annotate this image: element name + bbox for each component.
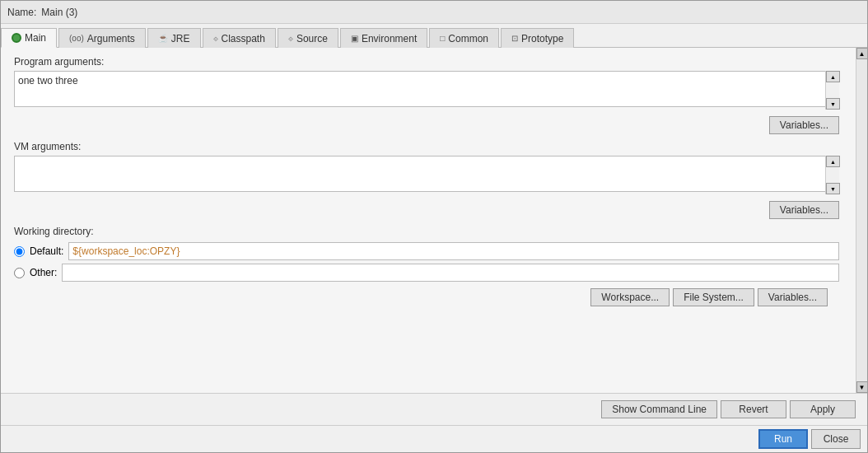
scroll-down-btn[interactable]: ▼ [826,98,840,110]
tab-jre-label: JRE [171,33,190,44]
variables-ws-button[interactable]: Variables... [758,288,828,306]
program-variables-button[interactable]: Variables... [769,116,839,134]
name-value: Main (3) [41,7,77,18]
main-dialog: Name: Main (3) Main (oo) Arguments ☕ JRE… [0,0,868,453]
working-directory-section: Working directory: Default: Other: [14,226,839,282]
footer-bar: Run Close [1,425,867,452]
apply-button[interactable]: Apply [790,400,856,418]
other-radio[interactable] [14,268,25,278]
tab-classpath-label: Classpath [222,33,265,44]
vm-arguments-section: VM arguments: ▲ ▼ [14,141,839,194]
source-icon: ⟐ [288,34,293,43]
tab-main-label: Main [25,32,46,44]
content-area: Program arguments: ▲ ▼ Variables... VM a… [1,48,856,393]
env-icon: ▣ [351,34,358,43]
vm-variables-button[interactable]: Variables... [769,201,839,219]
default-value-input[interactable] [68,242,839,260]
default-radio-row: Default: [14,242,839,260]
vm-scroll-up-btn[interactable]: ▲ [826,156,840,167]
vm-arguments-scrollbar: ▲ ▼ [825,156,839,194]
tab-jre[interactable]: ☕ JRE [147,28,201,48]
tab-main[interactable]: Main [1,28,57,48]
default-radio[interactable] [14,246,25,257]
common-icon: □ [440,34,445,43]
run-button[interactable]: Run [758,429,808,449]
tab-source-label: Source [296,33,328,44]
main-scrollbar: ▲ ▼ [856,48,867,393]
other-radio-row: Other: [14,264,839,282]
workspace-button[interactable]: Workspace... [590,288,670,306]
show-command-line-button[interactable]: Show Command Line [601,400,717,418]
program-variables-row: Variables... [14,116,839,134]
default-radio-label: Default: [30,245,63,257]
tabs-bar: Main (oo) Arguments ☕ JRE ⟐ Classpath ⟐ … [1,24,867,48]
tab-source[interactable]: ⟐ Source [278,28,338,48]
vm-arguments-input[interactable] [14,156,839,192]
name-label: Name: [7,7,36,18]
main-scroll-down[interactable]: ▼ [856,381,868,393]
file-system-button[interactable]: File System... [673,288,754,306]
tab-arguments[interactable]: (oo) Arguments [58,28,146,48]
program-arguments-container: ▲ ▼ [14,71,839,110]
revert-button[interactable]: Revert [721,400,786,418]
vm-arguments-label: VM arguments: [14,141,839,152]
tab-prototype-label: Prototype [521,33,563,44]
proto-icon: ⊡ [511,34,518,43]
tab-prototype[interactable]: ⊡ Prototype [501,28,574,48]
jre-icon: ☕ [158,34,168,43]
other-radio-label: Other: [30,267,57,278]
vm-scroll-down-btn[interactable]: ▼ [826,183,840,194]
tab-arguments-label: Arguments [87,33,135,44]
run-icon [12,33,21,43]
main-scroll-up[interactable]: ▲ [856,48,868,59]
vm-variables-row: Variables... [14,201,839,219]
program-arguments-input[interactable] [14,71,839,107]
tab-common[interactable]: □ Common [429,28,499,48]
tab-classpath[interactable]: ⟐ Classpath [203,28,276,48]
program-arguments-section: Program arguments: ▲ ▼ [14,56,839,110]
working-directory-label: Working directory: [14,226,839,237]
title-bar: Name: Main (3) [1,1,867,24]
tab-environment-label: Environment [362,33,417,44]
bottom-buttons-bar: Show Command Line Revert Apply [1,393,867,425]
vm-arguments-container: ▲ ▼ [14,156,839,194]
args-icon: (oo) [69,34,84,43]
program-arguments-label: Program arguments: [14,56,839,68]
other-value-input[interactable] [62,264,839,282]
workspace-buttons-row: Workspace... File System... Variables... [14,288,828,306]
program-arguments-scrollbar: ▲ ▼ [825,71,839,110]
tab-common-label: Common [448,33,488,44]
classpath-icon: ⟐ [213,34,218,43]
close-button[interactable]: Close [811,429,861,449]
tab-environment[interactable]: ▣ Environment [340,28,427,48]
scroll-up-btn[interactable]: ▲ [826,71,840,82]
